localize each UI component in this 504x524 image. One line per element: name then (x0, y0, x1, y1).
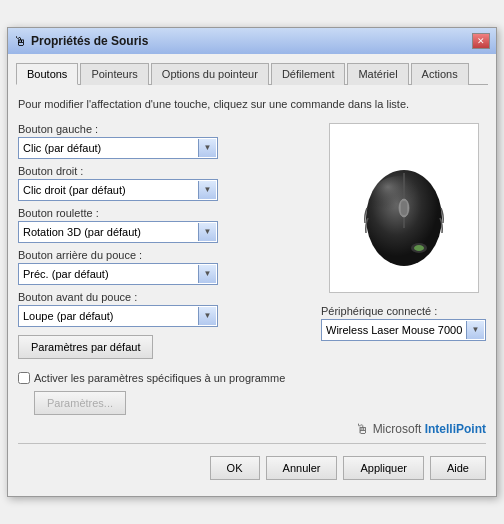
right-panel: Périphérique connecté : Wireless Laser M… (321, 123, 486, 363)
tab-content-boutons: Pour modifier l'affectation d'une touche… (16, 93, 488, 488)
close-button[interactable]: ✕ (472, 33, 490, 49)
select-bouton-gauche[interactable]: Clic (par défaut) (18, 137, 218, 159)
select-wrapper-1: Clic droit (par défaut) ▼ (18, 179, 218, 201)
select-bouton-roulette[interactable]: Rotation 3D (par défaut) (18, 221, 218, 243)
select-bouton-droit[interactable]: Clic droit (par défaut) (18, 179, 218, 201)
intellipoint-brand: IntelliPoint (425, 422, 486, 436)
svg-rect-4 (401, 201, 407, 215)
title-bar-left: 🖱 Propriétés de Souris (14, 34, 148, 49)
left-panel: Bouton gauche : Clic (par défaut) ▼ Bout… (18, 123, 311, 363)
device-select-wrapper: Wireless Laser Mouse 7000 ▼ (321, 319, 486, 341)
select-wrapper-0: Clic (par défaut) ▼ (18, 137, 218, 159)
apply-button[interactable]: Appliquer (343, 456, 423, 480)
title-bar: 🖱 Propriétés de Souris ✕ (8, 28, 496, 54)
window-icon: 🖱 (14, 34, 27, 49)
title-controls: ✕ (472, 33, 490, 49)
tab-defilement[interactable]: Défilement (271, 63, 346, 85)
field-group-3: Bouton arrière du pouce : Préc. (par déf… (18, 249, 311, 285)
default-btn-area: Paramètres par défaut (18, 335, 311, 359)
bottom-section: Activer les paramètres spécifiques à un … (18, 371, 486, 437)
cursor-icon: 🖱 (355, 421, 369, 437)
help-button[interactable]: Aide (430, 456, 486, 480)
parametres-button[interactable]: Paramètres... (34, 391, 126, 415)
mouse-image-container (329, 123, 479, 293)
device-section: Périphérique connecté : Wireless Laser M… (321, 305, 486, 341)
tab-options-pointeur[interactable]: Options du pointeur (151, 63, 269, 85)
device-select[interactable]: Wireless Laser Mouse 7000 (321, 319, 486, 341)
field-group-1: Bouton droit : Clic droit (par défaut) ▼ (18, 165, 311, 201)
main-area: Bouton gauche : Clic (par défaut) ▼ Bout… (18, 123, 486, 363)
footer-divider (18, 443, 486, 444)
field-label-4: Bouton avant du pouce : (18, 291, 311, 303)
field-group-2: Bouton roulette : Rotation 3D (par défau… (18, 207, 311, 243)
tab-materiel[interactable]: Matériel (347, 63, 408, 85)
window-content: Boutons Pointeurs Options du pointeur Dé… (8, 54, 496, 496)
tab-bar: Boutons Pointeurs Options du pointeur Dé… (16, 62, 488, 85)
mouse-illustration (349, 143, 459, 273)
intellipoint-prefix: Microsoft IntelliPoint (373, 422, 486, 436)
tab-boutons[interactable]: Boutons (16, 63, 78, 85)
device-label: Périphérique connecté : (321, 305, 486, 317)
tab-pointeurs[interactable]: Pointeurs (80, 63, 148, 85)
select-wrapper-3: Préc. (par défaut) ▼ (18, 263, 218, 285)
tab-actions[interactable]: Actions (411, 63, 469, 85)
select-wrapper-4: Loupe (par défaut) ▼ (18, 305, 218, 327)
svg-point-6 (414, 245, 424, 251)
select-wrapper-2: Rotation 3D (par défaut) ▼ (18, 221, 218, 243)
field-label-0: Bouton gauche : (18, 123, 311, 135)
field-label-2: Bouton roulette : (18, 207, 311, 219)
window-title: Propriétés de Souris (31, 34, 148, 48)
description-text: Pour modifier l'affectation d'une touche… (18, 97, 486, 112)
field-group-4: Bouton avant du pouce : Loupe (par défau… (18, 291, 311, 327)
field-label-3: Bouton arrière du pouce : (18, 249, 311, 261)
params-btn-row: Paramètres... (18, 391, 486, 415)
checkbox-label: Activer les paramètres spécifiques à un … (34, 371, 285, 385)
footer-buttons: OK Annuler Appliquer Aide (18, 452, 486, 484)
cancel-button[interactable]: Annuler (266, 456, 338, 480)
field-label-1: Bouton droit : (18, 165, 311, 177)
checkbox-specifique[interactable] (18, 372, 30, 384)
svg-point-1 (371, 176, 427, 220)
select-bouton-arriere[interactable]: Préc. (par défaut) (18, 263, 218, 285)
select-bouton-avant[interactable]: Loupe (par défaut) (18, 305, 218, 327)
ok-button[interactable]: OK (210, 456, 260, 480)
intellipoint-row: 🖱 Microsoft IntelliPoint (18, 421, 486, 437)
checkbox-row: Activer les paramètres spécifiques à un … (18, 371, 486, 385)
field-group-0: Bouton gauche : Clic (par défaut) ▼ (18, 123, 311, 159)
parametres-par-defaut-button[interactable]: Paramètres par défaut (18, 335, 153, 359)
main-window: 🖱 Propriétés de Souris ✕ Boutons Pointeu… (7, 27, 497, 497)
